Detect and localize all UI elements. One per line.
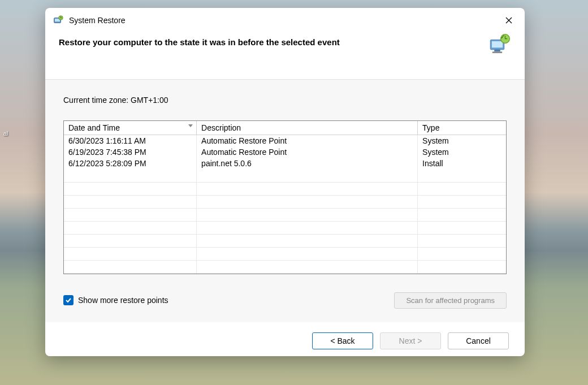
table-row-empty: [64, 182, 506, 195]
cell-description: paint.net 5.0.6: [197, 158, 418, 169]
dialog-heading: Restore your computer to the state it wa…: [59, 37, 487, 47]
table-row[interactable]: 6/30/2023 1:16:11 AM Automatic Restore P…: [64, 135, 506, 147]
restore-computer-icon: [487, 33, 511, 57]
show-more-label: Show more restore points: [78, 296, 168, 305]
svg-rect-6: [492, 41, 503, 47]
cell-description: Automatic Restore Point: [197, 146, 418, 158]
cell-date: 6/19/2023 7:45:38 PM: [64, 146, 197, 158]
column-header-type[interactable]: Type: [418, 121, 506, 135]
scan-affected-programs-button[interactable]: Scan for affected programs: [394, 292, 507, 309]
show-more-checkbox-wrapper[interactable]: Show more restore points: [63, 295, 168, 305]
bottom-controls: Show more restore points Scan for affect…: [63, 292, 507, 309]
system-restore-dialog: System Restore Restore your computer to …: [45, 8, 525, 356]
table-row-empty: [64, 247, 506, 260]
cell-type: System: [418, 135, 506, 147]
svg-rect-7: [494, 50, 500, 52]
desktop-icons: al: [0, 130, 11, 164]
next-button[interactable]: Next >: [380, 332, 441, 349]
table-row-empty: [64, 195, 506, 208]
cancel-button[interactable]: Cancel: [448, 332, 509, 349]
table-row-empty: [64, 208, 506, 221]
table-row[interactable]: 6/12/2023 5:28:09 PM paint.net 5.0.6 Ins…: [64, 158, 506, 169]
dialog-header: Restore your computer to the state it wa…: [45, 33, 525, 79]
cell-date: 6/30/2023 1:16:11 AM: [64, 135, 197, 147]
timezone-label: Current time zone: GMT+1:00: [63, 96, 507, 105]
cell-date: 6/12/2023 5:28:09 PM: [64, 158, 197, 169]
system-restore-icon: [53, 15, 63, 25]
table-row-empty: [64, 234, 506, 247]
column-header-date[interactable]: Date and Time: [64, 121, 197, 135]
desktop-icon[interactable]: al: [0, 130, 11, 164]
restore-points-table: Date and Time Description Type 6/30/2023…: [63, 120, 507, 274]
window-title: System Restore: [69, 16, 499, 25]
button-bar: < Back Next > Cancel: [45, 322, 525, 356]
title-bar: System Restore: [45, 8, 525, 33]
cell-description: Automatic Restore Point: [197, 135, 418, 147]
table-row-empty: [64, 169, 506, 182]
table-row-empty: [64, 221, 506, 234]
table-row[interactable]: 6/19/2023 7:45:38 PM Automatic Restore P…: [64, 146, 506, 158]
table-row-empty: [64, 260, 506, 273]
close-button[interactable]: [499, 12, 519, 28]
cell-type: System: [418, 146, 506, 158]
back-button[interactable]: < Back: [312, 332, 373, 349]
svg-rect-8: [492, 51, 503, 53]
column-header-description[interactable]: Description: [197, 121, 418, 135]
show-more-checkbox[interactable]: [63, 295, 74, 305]
dialog-content: Current time zone: GMT+1:00 Date and Tim…: [45, 79, 525, 322]
cell-type: Install: [418, 158, 506, 169]
